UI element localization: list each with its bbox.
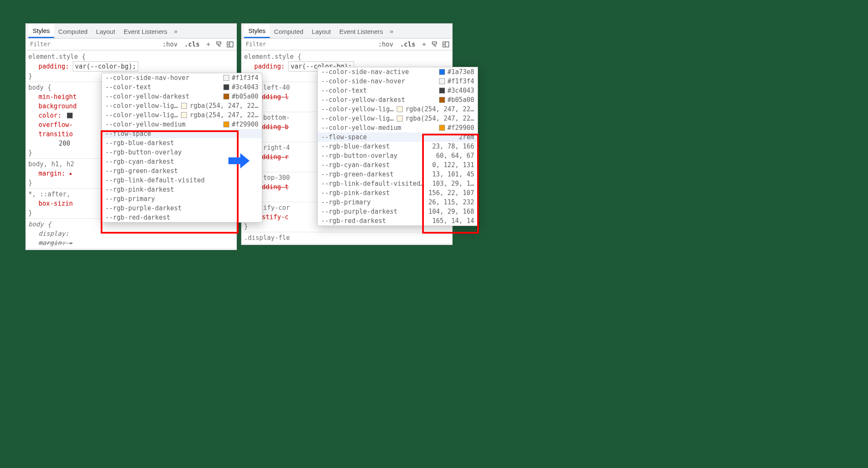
color-swatch <box>223 84 229 90</box>
var-value: #f29900 <box>448 123 474 132</box>
autocomplete-item[interactable]: --rgb-cyan-darkest0, 122, 131 <box>318 160 478 170</box>
autocomplete-item[interactable]: --rgb-purple-darkest104, 29, 168 <box>318 207 478 216</box>
tab-computed[interactable]: Computed <box>270 25 308 38</box>
autocomplete-item[interactable]: --color-yellow-ligh…rgba(254, 247, 22… <box>102 110 262 120</box>
tab-styles[interactable]: Styles <box>28 24 54 38</box>
prop-color[interactable]: color: <box>28 112 65 119</box>
var-value: rgba(254, 247, 22… <box>190 110 258 120</box>
var-name: --color-yellow-lig… <box>105 101 179 110</box>
var-value: #3c4043 <box>232 83 258 92</box>
color-swatch <box>181 103 187 109</box>
var-value: #b05a00 <box>448 95 474 105</box>
new-rule-button[interactable]: + <box>420 40 428 49</box>
paint-icon[interactable] <box>431 41 439 48</box>
var-name: --color-yellow-ligh… <box>105 110 179 120</box>
var-value: #3c4043 <box>448 86 474 95</box>
var-name: --rgb-link-default-visited… <box>321 179 432 188</box>
new-rule-button[interactable]: + <box>205 40 212 49</box>
var-value: 156, 22, 107 <box>429 188 474 198</box>
color-swatch[interactable] <box>67 113 73 118</box>
prop-display[interactable]: display: <box>28 229 234 238</box>
color-swatch <box>181 112 187 118</box>
autocomplete-item[interactable]: --rgb-link-default-visited <box>102 176 262 185</box>
svg-rect-1 <box>443 42 449 47</box>
tab-layout[interactable]: Layout <box>92 25 119 38</box>
autocomplete-item[interactable]: --rgb-purple-darkest <box>102 204 262 213</box>
autocomplete-item[interactable]: --color-yellow-medium#f29900 <box>318 123 478 132</box>
var-value: #f1f3f4 <box>448 77 474 86</box>
autocomplete-item[interactable]: --color-text#3c4043 <box>102 83 262 92</box>
styles-filter-input[interactable] <box>244 39 373 49</box>
var-value: 60, 64, 67 <box>436 151 474 160</box>
autocomplete-item[interactable]: --color-yellow-medium#f29900 <box>102 120 262 129</box>
autocomplete-item[interactable]: --color-text#3c4043 <box>318 86 478 95</box>
autocomplete-item[interactable]: --flow-space2rem <box>318 132 478 142</box>
prop-margin[interactable]: margin: ▸ <box>28 238 234 248</box>
value-editor[interactable]: var(--color-bg); <box>73 61 138 72</box>
tab-styles[interactable]: Styles <box>244 24 270 38</box>
selector: element.style { <box>28 52 234 61</box>
autocomplete-item[interactable]: --color-side-nav-active#1a73e8 <box>318 67 478 77</box>
rule-display-flex[interactable]: .display-fle <box>242 232 452 244</box>
autocomplete-item[interactable]: --rgb-primary26, 115, 232 <box>318 198 478 207</box>
var-name: --color-yellow-darkest <box>105 92 221 101</box>
autocomplete-item[interactable]: --flow-space <box>102 129 262 138</box>
selector: element.style { <box>244 52 450 61</box>
toggle-sidebar-icon[interactable] <box>226 41 234 48</box>
autocomplete-item[interactable]: --rgb-link-default-visited…103, 29, 1… <box>318 179 478 188</box>
var-value: 13, 101, 45 <box>432 170 474 179</box>
var-value: rgba(254, 247, 22… <box>405 114 474 123</box>
cls-toggle[interactable]: .cls <box>183 40 201 49</box>
var-name: --rgb-link-default-visited <box>105 176 258 185</box>
autocomplete-item[interactable]: --color-yellow-darkest#b05a00 <box>102 92 262 101</box>
autocomplete-item[interactable]: --rgb-green-darkest13, 101, 45 <box>318 170 478 179</box>
color-swatch <box>223 121 229 127</box>
svg-rect-0 <box>227 42 233 47</box>
var-value: #b05a00 <box>232 92 258 101</box>
hov-toggle[interactable]: :hov <box>161 40 179 49</box>
tab-computed[interactable]: Computed <box>54 25 92 38</box>
var-name: --color-yellow-medium <box>105 120 221 129</box>
autocomplete-item[interactable]: --rgb-button-overlay60, 64, 67 <box>318 151 478 160</box>
autocomplete-item[interactable]: --color-yellow-ligh…rgba(254, 247, 22… <box>318 114 478 123</box>
autocomplete-item[interactable]: --rgb-pink-darkest156, 22, 107 <box>318 188 478 198</box>
var-value: 2rem <box>459 132 474 142</box>
var-name: --rgb-primary <box>105 194 258 204</box>
autocomplete-item[interactable]: --color-yellow-lig…rgba(254, 247, 22… <box>102 101 262 110</box>
autocomplete-item[interactable]: --color-side-nav-hover#f1f3f4 <box>318 77 478 86</box>
var-name: --color-yellow-ligh… <box>321 114 394 123</box>
var-name: --rgb-blue-darkest <box>105 138 258 148</box>
var-name: --rgb-green-darkest <box>321 170 432 179</box>
styles-filter-input[interactable] <box>28 39 157 49</box>
var-value: 103, 29, 1… <box>432 179 474 188</box>
hov-toggle[interactable]: :hov <box>376 40 395 49</box>
autocomplete-item[interactable]: --rgb-blue-darkest <box>102 138 262 148</box>
autocomplete-popup[interactable]: --color-side-nav-active#1a73e8--color-si… <box>317 67 478 226</box>
autocomplete-item[interactable]: --rgb-red-darkest <box>102 213 262 222</box>
prop-padding[interactable]: padding: <box>28 63 69 70</box>
tabs-more-icon[interactable]: » <box>172 25 180 37</box>
tabs-more-icon[interactable]: » <box>387 25 396 37</box>
tabbar: Styles Computed Layout Event Listeners » <box>242 24 452 39</box>
toggle-sidebar-icon[interactable] <box>442 41 450 48</box>
tab-event-listeners[interactable]: Event Listeners <box>335 25 387 38</box>
autocomplete-item[interactable]: --rgb-blue-darkest23, 78, 166 <box>318 142 478 151</box>
rule-body-ua[interactable]: body { display: margin: ▸ <box>26 219 236 249</box>
var-value: 104, 29, 168 <box>429 207 474 216</box>
selector: .display-fle <box>244 233 450 242</box>
tab-event-listeners[interactable]: Event Listeners <box>119 25 171 38</box>
autocomplete-item[interactable]: --color-side-nav-hover#f1f3f4 <box>102 73 262 83</box>
autocomplete-item[interactable]: --color-yellow-lig…rgba(254, 247, 22… <box>318 105 478 114</box>
autocomplete-item[interactable]: --color-yellow-darkest#b05a00 <box>318 95 478 105</box>
filterbar: :hov .cls + <box>242 39 452 50</box>
var-name: --flow-space <box>105 129 258 138</box>
var-name: --rgb-purple-darkest <box>321 207 429 216</box>
autocomplete-item[interactable]: --rgb-primary <box>102 194 262 204</box>
paint-icon[interactable] <box>215 41 223 48</box>
autocomplete-item[interactable]: --rgb-pink-darkest <box>102 185 262 194</box>
prop-padding[interactable]: padding: <box>244 63 285 70</box>
tab-layout[interactable]: Layout <box>308 25 335 38</box>
autocomplete-popup[interactable]: --color-side-nav-hover#f1f3f4--color-tex… <box>102 73 262 223</box>
cls-toggle[interactable]: .cls <box>398 40 417 49</box>
autocomplete-item[interactable]: --rgb-red-darkest165, 14, 14 <box>318 216 478 226</box>
